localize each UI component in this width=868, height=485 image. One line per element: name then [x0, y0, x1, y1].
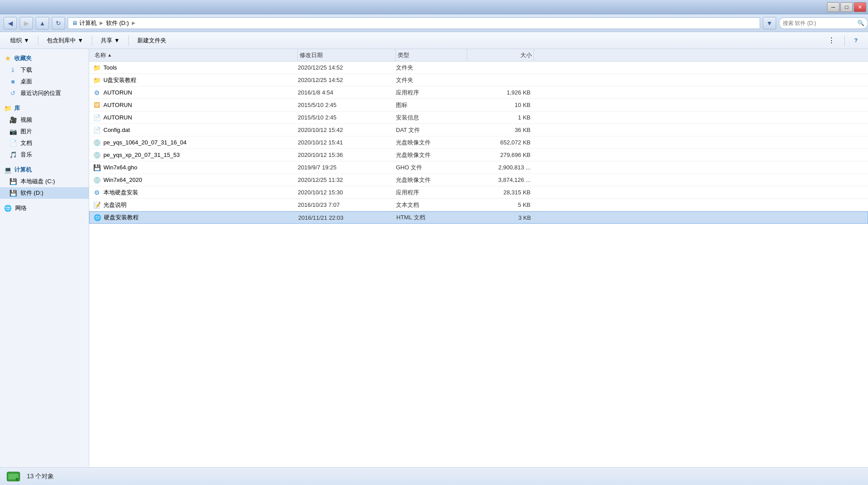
- sidebar-video-label: 视频: [21, 116, 32, 124]
- file-type-icon: ⚙: [93, 89, 101, 97]
- sidebar-item-video[interactable]: 🎥 视频: [0, 114, 89, 126]
- video-icon: 🎥: [9, 116, 17, 124]
- table-row[interactable]: 📄 AUTORUN 2015/5/10 2:45 安装信息 1 KB: [89, 111, 868, 124]
- organize-button[interactable]: 组织 ▼: [4, 34, 35, 47]
- sidebar-computer-header[interactable]: 💻 计算机: [0, 164, 89, 176]
- table-row[interactable]: 💿 pe_yqs_1064_20_07_31_16_04 2020/10/12 …: [89, 136, 868, 149]
- back-button[interactable]: ◀: [4, 17, 17, 29]
- file-name-text: U盘安装教程: [103, 76, 136, 84]
- table-row[interactable]: 💿 Win7x64_2020 2020/12/25 11:32 光盘映像文件 3…: [89, 174, 868, 186]
- file-name-text: 本地硬盘安装: [103, 189, 138, 197]
- file-name-text: 光盘说明: [103, 201, 127, 209]
- share-button[interactable]: 共享 ▼: [95, 34, 126, 47]
- sidebar-item-drive-d[interactable]: 💾 软件 (D:): [0, 187, 89, 199]
- file-size-cell: 28,315 KB: [467, 189, 534, 196]
- sidebar-computer-section: 💻 计算机 💾 本地磁盘 (C:) 💾 软件 (D:): [0, 164, 89, 199]
- status-bar: 13 个对象: [0, 467, 868, 485]
- file-type-icon: 💿: [93, 176, 101, 184]
- file-name-text: Tools: [103, 64, 117, 71]
- file-size-cell: 279,696 KB: [467, 152, 534, 158]
- sidebar-computer-label: 计算机: [14, 166, 32, 174]
- sidebar-item-downloads[interactable]: ⇓ 下载: [0, 64, 89, 76]
- table-row[interactable]: 📝 光盘说明 2016/10/23 7:07 文本文档 5 KB: [89, 199, 868, 211]
- table-row[interactable]: ⚙ AUTORUN 2016/1/8 4:54 应用程序 1,926 KB: [89, 86, 868, 99]
- file-list-header: 名称 ▲ 修改日期 类型 大小: [89, 49, 868, 62]
- drive-d-icon: 💾: [9, 189, 17, 197]
- table-row[interactable]: 💾 Win7x64.gho 2019/9/7 19:25 GHO 文件 2,90…: [89, 161, 868, 174]
- col-header-type[interactable]: 类型: [396, 49, 467, 61]
- table-row[interactable]: 📁 U盘安装教程 2020/12/25 14:52 文件夹: [89, 74, 868, 86]
- search-icon[interactable]: 🔍: [857, 20, 864, 26]
- search-input[interactable]: [779, 17, 868, 29]
- help-button[interactable]: ?: [848, 34, 864, 47]
- file-type-icon: 📁: [93, 76, 101, 84]
- recent-icon: ↺: [9, 89, 17, 97]
- file-type-cell: 安装信息: [396, 114, 467, 122]
- sidebar-item-recent[interactable]: ↺ 最近访问的位置: [0, 87, 89, 99]
- file-name-cell: 💿 pe_yqs_1064_20_07_31_16_04: [93, 139, 298, 147]
- sidebar-favorites-header[interactable]: ★ 收藏夹: [0, 53, 89, 64]
- sidebar-item-network[interactable]: 🌐 网络: [0, 202, 89, 214]
- breadcrumb-computer[interactable]: 计算机: [79, 19, 97, 27]
- file-type-cell: 光盘映像文件: [396, 176, 467, 184]
- file-type-icon: ⚙: [93, 189, 101, 197]
- breadcrumb-drive[interactable]: 软件 (D:): [106, 19, 129, 27]
- file-name-cell: 📁 U盘安装教程: [93, 76, 298, 84]
- file-type-cell: 图标: [396, 101, 467, 109]
- sidebar: ★ 收藏夹 ⇓ 下载 ■ 桌面 ↺ 最近访问的位置 📁 库 🎥: [0, 49, 89, 467]
- breadcrumb[interactable]: 🖥 计算机 ► 软件 (D:) ►: [68, 17, 760, 29]
- include-library-button[interactable]: 包含到库中 ▼: [41, 34, 89, 47]
- col-header-name[interactable]: 名称 ▲: [93, 49, 298, 61]
- sidebar-item-drive-c[interactable]: 💾 本地磁盘 (C:): [0, 176, 89, 187]
- col-header-date[interactable]: 修改日期: [298, 49, 396, 61]
- table-row[interactable]: 🖼 AUTORUN 2015/5/10 2:45 图标 10 KB: [89, 99, 868, 111]
- breadcrumb-sep-1: ►: [99, 20, 104, 26]
- sidebar-item-image[interactable]: 📷 图片: [0, 126, 89, 137]
- file-name-cell: 📁 Tools: [93, 64, 298, 72]
- file-name-cell: 📝 光盘说明: [93, 201, 298, 209]
- col-header-size[interactable]: 大小: [467, 49, 534, 61]
- breadcrumb-sep-2: ►: [131, 20, 136, 26]
- refresh-button[interactable]: ↻: [52, 17, 65, 29]
- desktop-icon: ■: [9, 78, 17, 86]
- sidebar-favorites-label: 收藏夹: [14, 54, 32, 62]
- file-type-icon: 🖼: [93, 101, 101, 109]
- file-name-text: AUTORUN: [103, 89, 132, 96]
- minimize-button[interactable]: ─: [827, 2, 839, 12]
- file-date-cell: 2020/10/12 15:41: [298, 139, 396, 146]
- new-folder-button[interactable]: 新建文件夹: [132, 34, 172, 47]
- close-button[interactable]: ✕: [854, 2, 866, 12]
- table-row[interactable]: 📁 Tools 2020/12/25 14:52 文件夹: [89, 62, 868, 74]
- file-type-cell: 文件夹: [396, 64, 467, 72]
- library-icon: 📁: [4, 104, 12, 112]
- table-row[interactable]: 🌐 硬盘安装教程 2016/11/21 22:03 HTML 文档 3 KB: [89, 211, 868, 224]
- sidebar-drive-c-label: 本地磁盘 (C:): [21, 177, 55, 185]
- sidebar-item-doc[interactable]: 📄 文档: [0, 137, 89, 149]
- window-controls: ─ □ ✕: [827, 2, 866, 12]
- table-row[interactable]: ⚙ 本地硬盘安装 2020/10/12 15:30 应用程序 28,315 KB: [89, 186, 868, 199]
- file-size-cell: 10 KB: [467, 102, 534, 108]
- drive-c-icon: 💾: [9, 177, 17, 185]
- table-row[interactable]: 💿 pe_yqs_xp_20_07_31_15_53 2020/10/12 15…: [89, 149, 868, 161]
- file-date-cell: 2016/1/8 4:54: [298, 89, 396, 96]
- file-type-icon: 💿: [93, 151, 101, 159]
- sidebar-item-music[interactable]: 🎵 音乐: [0, 149, 89, 160]
- maximize-button[interactable]: □: [840, 2, 853, 12]
- dropdown-button[interactable]: ▼: [763, 17, 776, 29]
- file-type-cell: 文件夹: [396, 76, 467, 84]
- file-name-text: AUTORUN: [103, 114, 132, 121]
- include-library-dropdown-icon: ▼: [78, 37, 83, 44]
- computer-icon: 💻: [4, 166, 12, 174]
- file-date-cell: 2020/12/25 11:32: [298, 177, 396, 183]
- sidebar-item-desktop[interactable]: ■ 桌面: [0, 76, 89, 87]
- file-size-cell: 1,926 KB: [467, 89, 534, 96]
- sidebar-library-header[interactable]: 📁 库: [0, 103, 89, 114]
- file-name-cell: ⚙ 本地硬盘安装: [93, 189, 298, 197]
- table-row[interactable]: 📄 Config.dat 2020/10/12 15:42 DAT 文件 36 …: [89, 124, 868, 136]
- forward-button[interactable]: ▶: [20, 17, 33, 29]
- up-button[interactable]: ▲: [36, 17, 49, 29]
- view-button[interactable]: ⋮: [822, 34, 841, 47]
- file-date-cell: 2020/10/12 15:30: [298, 189, 396, 196]
- sidebar-network-label: 网络: [15, 204, 27, 212]
- file-size-cell: 5 KB: [467, 201, 534, 208]
